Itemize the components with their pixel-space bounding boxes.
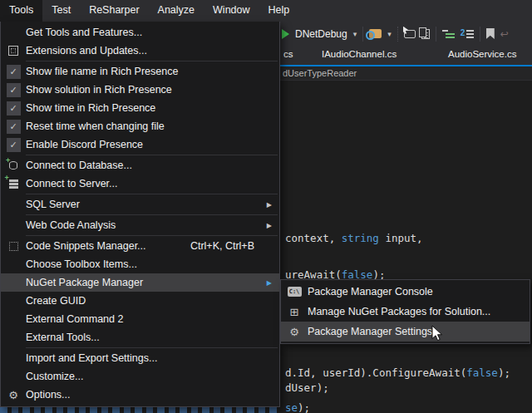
bookmark-icon[interactable]	[486, 28, 495, 39]
menubar-item-analyze[interactable]: Analyze	[149, 0, 204, 22]
console-icon: C:\	[288, 287, 302, 297]
submenu-item-label: Package Manager Console	[308, 286, 433, 297]
find-dropdown-chevron-icon[interactable]: ▾	[387, 30, 392, 38]
menu-item-external-command-2[interactable]: External Command 2	[1, 310, 279, 328]
checkmark-icon: ✓	[7, 138, 21, 152]
tab-iaudiochannel[interactable]: IAudioChannel.cs	[322, 49, 397, 59]
mouse-cursor	[431, 325, 444, 342]
code-line: d.Id, userId).ConfigureAwait(false);	[285, 366, 510, 379]
disabled-undo-icon: ↩	[500, 28, 509, 40]
menu-item-web-code-analysis[interactable]: Web Code Analysis ▶	[1, 216, 279, 234]
submenu-item-package-manager-console[interactable]: C:\ Package Manager Console	[281, 282, 530, 302]
menu-item-code-snippets-manager[interactable]: Code Snippets Manager... Ctrl+K, Ctrl+B	[1, 237, 279, 255]
submenu-arrow-icon: ▶	[267, 222, 272, 229]
menubar-item-tools[interactable]: Tools	[0, 0, 42, 22]
menu-gutter: ✓	[1, 120, 26, 134]
menu-gutter	[1, 161, 26, 170]
menu-item-show-time-rich-presence[interactable]: ✓ Show time in Rich Presence	[1, 99, 279, 117]
code-line: context, string input,	[285, 232, 423, 244]
tab-audioservice[interactable]: AudioService.cs	[448, 49, 516, 59]
code-text: );	[498, 366, 510, 379]
navigate-backward-icon[interactable]	[404, 30, 416, 38]
checkmark-icon: ✓	[7, 65, 21, 79]
code-text: d.Id, userId).ConfigureAwait(	[285, 366, 466, 379]
standard-toolbar: DNetDebug ▾ ▾ ↩	[280, 22, 532, 46]
snippet-box-icon	[9, 242, 18, 251]
menu-item-sql-server[interactable]: SQL Server ▶	[1, 195, 279, 214]
tools-menu: Get Tools and Features... Extensions and…	[0, 22, 280, 407]
toolbar-separator	[480, 27, 480, 42]
menu-item-show-solution-rich-presence[interactable]: ✓ Show solution in Rich Presence	[1, 81, 279, 99]
menu-item-enable-discord-presence[interactable]: ✓ Enable Discord Presence	[1, 135, 279, 154]
menu-item-label: Options...	[26, 389, 279, 401]
run-target-label[interactable]: DNetDebug	[295, 28, 347, 40]
menu-item-get-tools-and-features[interactable]: Get Tools and Features...	[1, 23, 279, 42]
menu-item-label: External Command 2	[26, 313, 279, 325]
menu-gutter: ✓	[1, 101, 26, 116]
menubar-item-help[interactable]: Help	[259, 0, 299, 22]
package-grid-icon: ⊞	[290, 307, 299, 317]
run-play-icon[interactable]	[282, 29, 289, 39]
menu-item-connect-to-database[interactable]: Connect to Database...	[1, 156, 279, 175]
toolbar-separator	[397, 27, 398, 42]
menubar-item-test[interactable]: Test	[42, 0, 80, 22]
code-editor[interactable]: context, string input, ureAwait(false); …	[280, 81, 532, 413]
submenu-arrow-icon: ▶	[267, 201, 272, 209]
menu-item-label: Show solution in Rich Presence	[26, 84, 279, 96]
toolbar-separator	[362, 27, 363, 42]
code-keyword: se	[285, 401, 298, 413]
menu-item-connect-to-server[interactable]: Connect to Server...	[1, 175, 279, 193]
menu-item-show-file-name-rich-presence[interactable]: ✓ Show file name in Rich Presence	[1, 62, 279, 81]
run-target-chevron-icon[interactable]: ▾	[353, 30, 357, 38]
menu-item-choose-toolbox-items[interactable]: Choose Toolbox Items...	[1, 255, 279, 273]
menu-separator	[26, 235, 278, 236]
menu-item-label: Show file name in Rich Presence	[26, 66, 279, 77]
menu-item-label: Code Snippets Manager...	[26, 240, 190, 252]
menu-item-extensions-and-updates[interactable]: Extensions and Updates...	[1, 42, 279, 60]
menu-separator	[26, 61, 278, 61]
menu-item-external-tools[interactable]: External Tools...	[1, 328, 279, 347]
code-line: se);	[285, 401, 310, 413]
code-text: context,	[285, 232, 342, 244]
indent-lines-icon[interactable]	[442, 29, 455, 39]
menubar-item-resharper[interactable]: ReSharper	[80, 0, 148, 22]
submenu-item-label: Package Manager Settings	[308, 326, 432, 337]
navbar-type-name[interactable]: dUserTypeReader	[283, 68, 357, 78]
menu-item-options[interactable]: ⚙ Options...	[1, 386, 279, 404]
format-document-icon[interactable]	[461, 29, 474, 39]
menu-item-import-export-settings[interactable]: Import and Export Settings...	[1, 349, 279, 367]
menu-item-label: SQL Server	[26, 199, 267, 210]
code-keyword: string	[342, 232, 379, 244]
server-icon	[9, 179, 18, 189]
checkmark-icon: ✓	[7, 120, 21, 134]
menubar-item-window[interactable]: Window	[204, 0, 259, 22]
menu-gutter: ✓	[1, 65, 26, 79]
menu-separator	[26, 214, 278, 215]
menu-item-label: Connect to Database...	[26, 160, 279, 171]
menu-item-label: Enable Discord Presence	[26, 139, 279, 150]
copy-structure-icon[interactable]	[421, 29, 430, 39]
menu-item-label: Extensions and Updates...	[26, 45, 279, 57]
tab-partial[interactable]: cs	[283, 49, 293, 59]
database-icon	[9, 161, 17, 170]
menu-item-label: Reset time when changing file	[26, 120, 279, 132]
clipped-code-line	[0, 406, 280, 413]
menu-gutter: ✓	[1, 138, 26, 152]
menu-item-nuget-package-manager[interactable]: NuGet Package Manager ▶	[1, 273, 279, 292]
nuget-submenu: C:\ Package Manager Console ⊞ Manage NuG…	[280, 279, 530, 344]
menu-item-label: NuGet Package Manager	[26, 277, 267, 288]
menu-item-customize[interactable]: Customize...	[1, 367, 279, 386]
menu-separator	[26, 347, 278, 348]
menu-gutter	[1, 46, 26, 56]
menu-item-create-guid[interactable]: Create GUID	[1, 292, 279, 310]
editor-navigation-bar[interactable]: dUserTypeReader	[280, 66, 532, 81]
menu-item-reset-time-when-changing-file[interactable]: ✓ Reset time when changing file	[1, 117, 279, 135]
menu-item-shortcut: Ctrl+K, Ctrl+B	[190, 240, 254, 252]
menu-item-label: Get Tools and Features...	[26, 27, 279, 38]
submenu-item-package-manager-settings[interactable]: ⚙ Package Manager Settings	[281, 322, 530, 342]
submenu-item-manage-nuget-packages[interactable]: ⊞ Manage NuGet Packages for Solution...	[281, 302, 530, 322]
find-in-files-icon[interactable]	[369, 29, 382, 38]
menu-item-label: Customize...	[26, 371, 279, 382]
code-text: );	[298, 401, 310, 413]
menu-gutter: ✓	[1, 83, 26, 97]
